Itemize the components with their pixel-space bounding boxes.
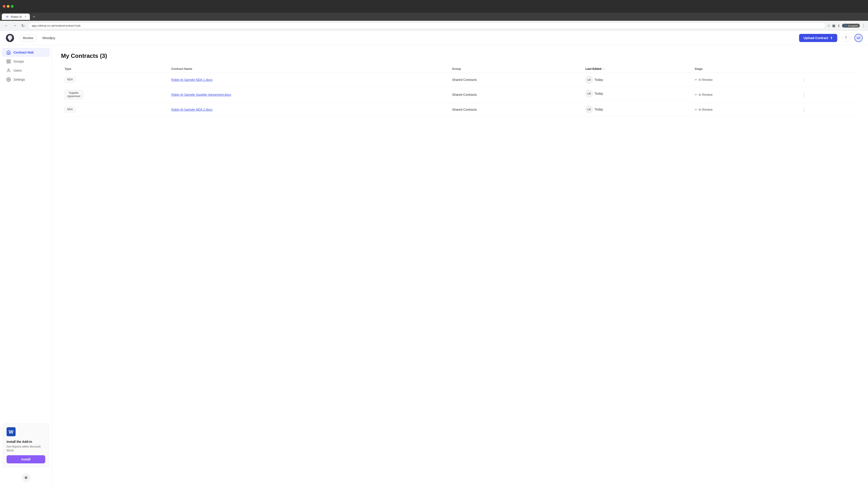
sidebar-item-contract-hub[interactable]: Contract Hub	[2, 48, 50, 57]
last-edited-date: Today	[594, 92, 603, 95]
cell-group: Shared Contracts	[448, 73, 582, 87]
download-icon[interactable]: ⇓	[837, 24, 840, 28]
avatar: LD	[585, 90, 593, 97]
more-options-button[interactable]: ⋮	[800, 76, 808, 83]
extensions-icon[interactable]: ▣	[832, 24, 835, 28]
top-nav: Review Moodjoy Upload Contract ⇧ ? LD	[0, 31, 868, 45]
addon-description: Get Reports within Microsoft Word!	[6, 445, 45, 453]
user-avatar-button[interactable]: LD	[855, 34, 863, 42]
cell-name[interactable]: Robin AI Sample NDA 2.docx	[168, 103, 448, 116]
addon-title: Install the Add-in	[6, 440, 45, 444]
company-name: Moodjoy	[42, 36, 55, 40]
sidebar-item-settings[interactable]: Settings	[2, 75, 50, 84]
sidebar-item-label: Groups	[13, 60, 24, 63]
new-tab-btn[interactable]: +	[31, 13, 37, 20]
cell-actions[interactable]: ⋮	[797, 87, 859, 103]
svg-text:W: W	[9, 429, 13, 435]
avatar: LD	[585, 76, 593, 84]
type-badge: NDA	[65, 77, 75, 83]
cell-type: NDA	[61, 103, 168, 116]
type-badge: NDA	[65, 107, 75, 112]
browser-controls: ← → ↻ app.robinai.co.uk/review/contract-…	[0, 21, 868, 31]
cell-last-edited: LDToday	[582, 87, 691, 101]
last-edited-date: Today	[594, 107, 603, 111]
sidebar-item-label: Contract Hub	[13, 51, 34, 54]
sidebar-item-users[interactable]: Users	[2, 66, 50, 75]
table-row: NDARobin AI Sample NDA 2.docxShared Cont…	[61, 103, 859, 116]
col-group: Group	[448, 65, 582, 73]
feedback-icon: ⚙	[24, 476, 28, 480]
cell-stage: ✏In Review	[691, 87, 797, 103]
upload-contract-button[interactable]: Upload Contract ⇧	[799, 34, 837, 42]
col-type: Type	[61, 65, 168, 73]
svg-point-7	[8, 79, 9, 80]
tab-close-btn[interactable]: ×	[25, 15, 26, 18]
cell-group: Shared Contracts	[448, 87, 582, 103]
contract-link[interactable]: Robin AI Sample Supplier Agreement.docx	[171, 93, 231, 96]
cell-stage: ✏In Review	[691, 73, 797, 87]
contracts-tbody: NDARobin AI Sample NDA 1.docxShared Cont…	[61, 73, 859, 117]
logo	[5, 33, 14, 42]
tab-favicon	[5, 15, 9, 19]
refresh-btn[interactable]: ↻	[20, 22, 26, 29]
groups-icon	[6, 59, 11, 64]
browser-tabs: Robin AI × +	[0, 13, 868, 21]
incognito-badge: 👤 Incognito	[842, 24, 860, 28]
sidebar-item-groups[interactable]: Groups	[2, 57, 50, 66]
feedback-button[interactable]: ⚙	[22, 474, 30, 482]
col-actions	[797, 65, 859, 73]
svg-rect-4	[7, 62, 8, 63]
svg-rect-3	[9, 60, 10, 61]
active-tab[interactable]: Robin AI ×	[2, 13, 30, 20]
browser-chrome	[0, 0, 868, 13]
more-options-button[interactable]: ⋮	[800, 106, 808, 113]
more-options-button[interactable]: ⋮	[800, 91, 808, 98]
sidebar-spacer	[0, 84, 52, 421]
col-name: Contract Name	[168, 65, 448, 73]
back-btn[interactable]: ←	[3, 22, 9, 29]
type-badge: Supplier Agreement	[65, 90, 83, 99]
stage-cell: ✏In Review	[694, 93, 793, 96]
stage-label: In Review	[699, 108, 712, 111]
bookmark-icon[interactable]: ☆	[827, 24, 830, 28]
col-stage: Stage	[691, 65, 797, 73]
app: Review Moodjoy Upload Contract ⇧ ? LD Co…	[0, 31, 868, 488]
addon-install-button[interactable]: Install	[6, 455, 45, 463]
addon-panel: W Install the Add-in Get Reports within …	[3, 423, 49, 467]
cell-last-edited: LDToday	[582, 103, 691, 116]
stage-cell: ✏In Review	[694, 78, 793, 82]
table-row: Supplier AgreementRobin AI Sample Suppli…	[61, 87, 859, 103]
contract-link[interactable]: Robin AI Sample NDA 1.docx	[171, 78, 213, 82]
stage-cell: ✏In Review	[694, 108, 793, 111]
stage-label: In Review	[699, 78, 712, 82]
cell-name[interactable]: Robin AI Sample Supplier Agreement.docx	[168, 87, 448, 103]
chrome-menu-icon[interactable]: ⋮	[862, 24, 865, 28]
tab-title: Robin AI	[11, 15, 22, 19]
sort-icon: ↑	[603, 68, 604, 70]
cell-actions[interactable]: ⋮	[797, 73, 859, 87]
table-header: Type Contract Name Group Last Edited ↑ S…	[61, 65, 859, 73]
url-text: app.robinai.co.uk/review/contract-hub	[32, 24, 822, 27]
help-button[interactable]: ?	[842, 34, 850, 42]
edit-icon: ✏	[694, 108, 698, 111]
cell-group: Shared Contracts	[448, 103, 582, 116]
col-last-edited[interactable]: Last Edited ↑	[582, 65, 691, 73]
sidebar-item-label: Users	[13, 69, 22, 72]
cell-actions[interactable]: ⋮	[797, 103, 859, 116]
address-bar[interactable]: app.robinai.co.uk/review/contract-hub	[28, 22, 825, 29]
content-area: My Contracts (3) Type Contract Name Grou…	[52, 45, 868, 488]
last-edited-date: Today	[594, 78, 603, 82]
edit-icon: ✏	[694, 78, 698, 82]
sidebar-item-label: Settings	[13, 78, 25, 81]
browser-actions: ☆ ▣ ⇓ 👤 Incognito ⋮	[827, 24, 865, 28]
addon-word-icon: W	[6, 427, 45, 438]
svg-rect-2	[7, 60, 8, 61]
main-content: Contract Hub Groups Users	[0, 45, 868, 488]
contract-link[interactable]: Robin AI Sample NDA 2.docx	[171, 108, 213, 111]
upload-icon: ⇧	[830, 36, 833, 40]
forward-btn[interactable]: →	[11, 22, 18, 29]
review-button[interactable]: Review	[19, 35, 37, 41]
cell-name[interactable]: Robin AI Sample NDA 1.docx	[168, 73, 448, 87]
contracts-table: Type Contract Name Group Last Edited ↑ S…	[61, 65, 859, 117]
settings-icon	[6, 77, 11, 82]
